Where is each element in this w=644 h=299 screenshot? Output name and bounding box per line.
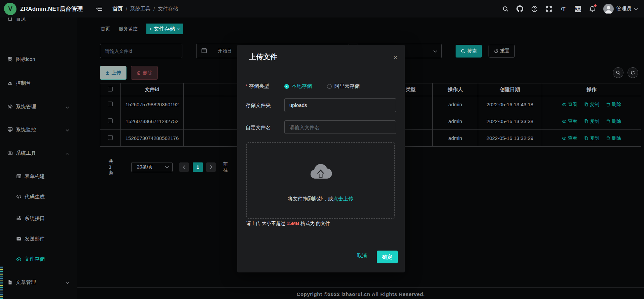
radio-label: 本地存储 bbox=[292, 83, 312, 89]
radio-local-storage[interactable]: 本地存储 bbox=[284, 83, 312, 89]
sidebar-item-system-monitor[interactable]: 系统监控 bbox=[0, 125, 77, 134]
sidebar-item-icons[interactable]: 图标icon bbox=[0, 55, 77, 63]
user-menu[interactable]: 管理员 bbox=[603, 4, 638, 14]
select-all-checkbox[interactable] bbox=[108, 87, 113, 91]
chevron-down-icon bbox=[165, 166, 169, 169]
fullscreen-icon[interactable] bbox=[545, 5, 552, 12]
chevron-down-icon bbox=[66, 127, 69, 133]
sidebar-item-form-builder[interactable]: 表单构建 bbox=[0, 172, 77, 180]
cell-created: 2022-05-16 13:33:38 bbox=[478, 113, 542, 130]
sidebar-item-file-storage[interactable]: 文件存储 bbox=[0, 255, 77, 263]
sidebar-item-home[interactable]: 首页 bbox=[0, 17, 77, 23]
tab-file-storage[interactable]: ● 文件存储 × bbox=[146, 24, 183, 34]
search-button[interactable]: 搜索 bbox=[456, 45, 482, 58]
row-checkbox[interactable] bbox=[108, 135, 113, 140]
breadcrumb-separator: / bbox=[153, 6, 155, 12]
chevron-down-icon bbox=[634, 6, 638, 12]
header-actions: tT A文 管理员 bbox=[502, 4, 638, 14]
row-checkbox[interactable] bbox=[108, 102, 113, 106]
tab-home[interactable]: 首页 bbox=[101, 26, 110, 32]
column-header-operator: 操作人 bbox=[433, 83, 478, 96]
cancel-button[interactable]: 取消 bbox=[357, 253, 367, 259]
cell-operator: admin bbox=[433, 113, 478, 130]
column-header-file-id: 文件id bbox=[121, 83, 184, 96]
page-size-select[interactable]: 20条/页 bbox=[131, 162, 173, 172]
sidebar-item-system-api[interactable]: 系统接口 bbox=[0, 214, 77, 222]
filename-field bbox=[284, 120, 396, 134]
view-link[interactable]: 查看 bbox=[562, 118, 577, 124]
required-asterisk: * bbox=[246, 83, 248, 89]
chevron-up-icon bbox=[66, 150, 69, 156]
sidebar-item-label: 系统监控 bbox=[16, 126, 36, 133]
delete-link[interactable]: 删除 bbox=[606, 102, 621, 108]
sidebar-fold-icon[interactable] bbox=[96, 6, 103, 11]
row-checkbox[interactable] bbox=[108, 118, 113, 123]
delete-link[interactable]: 删除 bbox=[606, 135, 621, 141]
view-link[interactable]: 查看 bbox=[562, 102, 577, 108]
breadcrumb-system-tools[interactable]: 系统工具 bbox=[130, 6, 150, 12]
font-size-icon[interactable]: tT bbox=[560, 5, 567, 12]
chevron-down-icon bbox=[66, 279, 69, 285]
upload-tip: 请上传 大小不超过 15MB 格式为 的文件 bbox=[246, 221, 330, 227]
dialog-close-icon[interactable]: × bbox=[393, 54, 397, 61]
top-header: V ZRAdmin.NET后台管理 首页 / 系统工具 / 文件存储 tT A文 bbox=[0, 0, 644, 17]
sidebar-item-console[interactable]: 控制台 bbox=[0, 79, 77, 87]
storage-type-label: *存储类型 bbox=[246, 83, 269, 89]
storage-type-label-text: 存储类型 bbox=[249, 83, 269, 89]
copy-link[interactable]: 复制 bbox=[584, 102, 599, 108]
radio-unchecked-icon bbox=[327, 84, 332, 89]
sidebar-item-system-tools[interactable]: 系统工具 bbox=[0, 149, 77, 157]
pagination-goto-label: 前往 bbox=[223, 161, 228, 173]
reset-button[interactable]: 重置 bbox=[489, 45, 515, 58]
table-search-toggle-button[interactable] bbox=[613, 67, 623, 78]
current-page-button[interactable]: 1 bbox=[193, 162, 203, 172]
view-link[interactable]: 查看 bbox=[562, 135, 577, 141]
filename-input[interactable] bbox=[285, 121, 396, 134]
prev-page-button[interactable] bbox=[179, 162, 189, 172]
app-root: V ZRAdmin.NET后台管理 首页 / 系统工具 / 文件存储 tT A文 bbox=[0, 0, 644, 299]
copy-link[interactable]: 复制 bbox=[584, 135, 599, 141]
sidebar-item-code-gen[interactable]: 代码生成 bbox=[0, 193, 77, 201]
devtools-edge-strip[interactable] bbox=[0, 266, 3, 299]
file-id-input[interactable] bbox=[100, 48, 182, 54]
dropzone-text-prefix: 将文件拖到此处，或 bbox=[288, 196, 333, 201]
sidebar-item-label: 首页 bbox=[16, 17, 26, 22]
click-to-upload-link[interactable]: 点击上传 bbox=[333, 196, 353, 201]
sidebar-item-label: 控制台 bbox=[16, 80, 31, 86]
help-icon[interactable] bbox=[531, 5, 538, 12]
sidebar-item-article-mgmt[interactable]: 文章管理 bbox=[0, 278, 77, 286]
folder-label: 存储文件夹 bbox=[246, 102, 271, 109]
folder-input[interactable] bbox=[285, 99, 396, 112]
tab-close-icon[interactable]: × bbox=[177, 27, 180, 32]
search-icon[interactable] bbox=[502, 5, 509, 12]
sidebar-item-label: 系统管理 bbox=[16, 104, 36, 110]
delete-button[interactable]: 删除 bbox=[131, 66, 158, 80]
translate-icon[interactable]: A文 bbox=[574, 5, 581, 12]
radio-aliyun-storage[interactable]: 阿里云存储 bbox=[327, 83, 360, 89]
filename-label: 自定文件名 bbox=[246, 124, 271, 131]
user-name: 管理员 bbox=[616, 6, 632, 12]
tab-label: 文件存储 bbox=[153, 26, 175, 33]
sidebar-item-system-mgmt[interactable]: 系统管理 bbox=[0, 103, 77, 111]
copyright-text: Copyright ©2022 izhaorui.cn All Rights R… bbox=[77, 291, 644, 297]
tip-size-limit: 15MB bbox=[287, 221, 299, 226]
sidebar: 首页 图标icon 控制台 系统管理 系统监控 系统工具 表单构建 bbox=[0, 17, 77, 299]
upload-button[interactable]: 上传 bbox=[100, 66, 127, 80]
sidebar-item-send-mail[interactable]: 发送邮件 bbox=[0, 235, 77, 243]
copy-link-label: 复制 bbox=[590, 102, 599, 108]
bell-icon[interactable] bbox=[589, 5, 596, 12]
copy-link[interactable]: 复制 bbox=[584, 118, 599, 124]
upload-dropzone[interactable]: 将文件拖到此处，或点击上传 bbox=[246, 142, 395, 219]
sidebar-item-label: 文章管理 bbox=[16, 279, 36, 286]
avatar bbox=[603, 4, 614, 14]
header-checkbox-cell bbox=[100, 83, 121, 96]
github-icon[interactable] bbox=[516, 5, 523, 12]
breadcrumb-home[interactable]: 首页 bbox=[113, 6, 123, 12]
table-refresh-button[interactable] bbox=[628, 67, 638, 78]
radio-label: 阿里云存储 bbox=[334, 83, 360, 89]
tab-service-monitor[interactable]: 服务监控 bbox=[119, 26, 138, 32]
confirm-button[interactable]: 确定 bbox=[377, 251, 398, 263]
next-page-button[interactable] bbox=[206, 162, 216, 172]
delete-link[interactable]: 删除 bbox=[606, 118, 621, 124]
delete-link-label: 删除 bbox=[612, 135, 621, 141]
